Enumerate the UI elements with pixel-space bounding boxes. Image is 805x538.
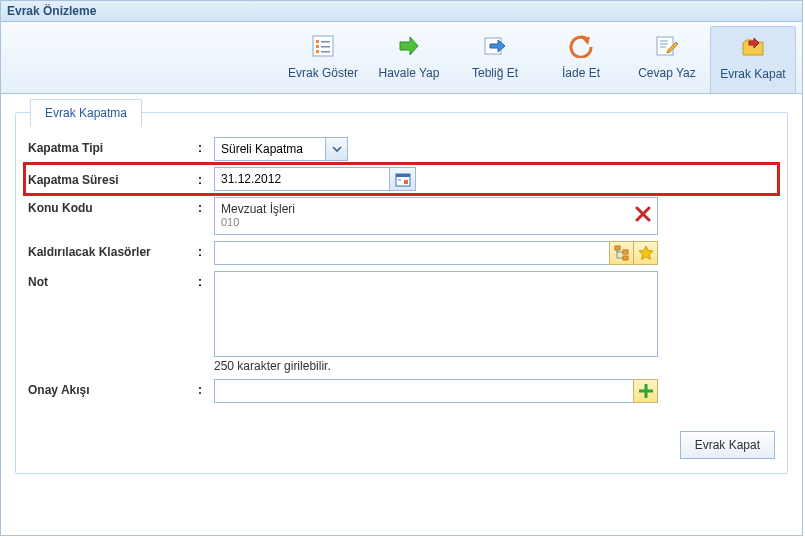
folder-close-icon <box>739 33 767 61</box>
close-document-panel: Evrak Kapatma Kapatma Tipi : <box>15 112 788 474</box>
toolbar-label: Evrak Kapat <box>713 67 793 81</box>
label-close-duration: Kapatma Süresi <box>28 167 198 187</box>
label-note: Not <box>28 271 198 289</box>
label-folders: Kaldırılacak Klasörler <box>28 241 198 259</box>
svg-rect-10 <box>396 174 410 177</box>
folders-input[interactable] <box>214 241 610 265</box>
close-type-select[interactable] <box>214 137 326 161</box>
svg-rect-8 <box>657 37 673 55</box>
note-hint: 250 karakter girilebilir. <box>214 359 331 373</box>
toolbar-label: Cevap Yaz <box>626 66 708 80</box>
svg-rect-14 <box>623 250 628 254</box>
star-icon <box>638 245 654 261</box>
label-close-type: Kapatma Tipi <box>28 137 198 155</box>
content-area: Evrak Kapatma Kapatma Tipi : <box>1 94 802 492</box>
forward-button[interactable]: Havale Yap <box>366 26 452 93</box>
svg-rect-13 <box>615 246 620 250</box>
toolbar-label: İade Et <box>540 66 622 80</box>
topic-code: 010 <box>221 216 651 228</box>
svg-rect-4 <box>321 41 330 43</box>
show-document-button[interactable]: Evrak Göster <box>280 26 366 93</box>
close-duration-input[interactable] <box>214 167 390 191</box>
note-textarea[interactable] <box>214 271 658 357</box>
svg-rect-5 <box>321 46 330 48</box>
remove-topic-button[interactable] <box>635 206 651 225</box>
return-button[interactable]: İade Et <box>538 26 624 93</box>
topic-title: Mevzuat İşleri <box>221 202 651 216</box>
row-folders: Kaldırılacak Klasörler : <box>28 241 775 265</box>
preview-window: Evrak Önizleme Evrak Göster <box>0 0 803 536</box>
label-topic-code: Konu Kodu <box>28 197 198 215</box>
chevron-down-icon <box>332 144 342 154</box>
svg-rect-11 <box>404 180 408 184</box>
svg-rect-3 <box>316 50 319 53</box>
window-title: Evrak Önizleme <box>1 1 802 22</box>
reply-button[interactable]: Cevap Yaz <box>624 26 710 93</box>
svg-rect-15 <box>623 256 628 260</box>
label-approval-flow: Onay Akışı <box>28 379 198 397</box>
close-document-button[interactable]: Evrak Kapat <box>710 26 796 93</box>
tree-icon <box>614 245 630 261</box>
toolbar-label: Tebliğ Et <box>454 66 536 80</box>
document-list-icon <box>309 32 337 60</box>
delete-x-icon <box>635 206 651 222</box>
svg-rect-6 <box>321 51 330 53</box>
date-picker-button[interactable] <box>390 167 416 191</box>
row-approval-flow: Onay Akışı : <box>28 379 775 403</box>
row-topic-code: Konu Kodu : Mevzuat İşleri 010 <box>28 197 775 235</box>
calendar-icon <box>395 171 411 187</box>
toolbar-label: Havale Yap <box>368 66 450 80</box>
panel-title: Evrak Kapatma <box>30 99 142 127</box>
undo-arrow-icon <box>567 32 595 60</box>
arrow-right-green-icon <box>395 32 423 60</box>
topic-code-box: Mevzuat İşleri 010 <box>214 197 658 235</box>
svg-rect-12 <box>398 179 401 181</box>
toolbar: Evrak Göster Havale Yap Tebliğ Et <box>1 22 802 94</box>
browse-tree-button[interactable] <box>609 241 634 265</box>
write-reply-icon <box>653 32 681 60</box>
arrow-right-blue-icon <box>481 32 509 60</box>
plus-icon <box>639 384 653 398</box>
favorite-button[interactable] <box>633 241 658 265</box>
row-close-type: Kapatma Tipi : <box>28 137 775 161</box>
close-type-dropdown-button[interactable] <box>326 137 348 161</box>
row-close-duration: Kapatma Süresi : <box>23 162 780 196</box>
toolbar-label: Evrak Göster <box>282 66 364 80</box>
notify-button[interactable]: Tebliğ Et <box>452 26 538 93</box>
add-approval-button[interactable] <box>633 379 658 403</box>
svg-rect-1 <box>316 40 319 43</box>
row-note: Not : 250 karakter girilebilir. <box>28 271 775 373</box>
approval-flow-input[interactable] <box>214 379 634 403</box>
svg-rect-2 <box>316 45 319 48</box>
submit-close-button[interactable]: Evrak Kapat <box>680 431 775 459</box>
